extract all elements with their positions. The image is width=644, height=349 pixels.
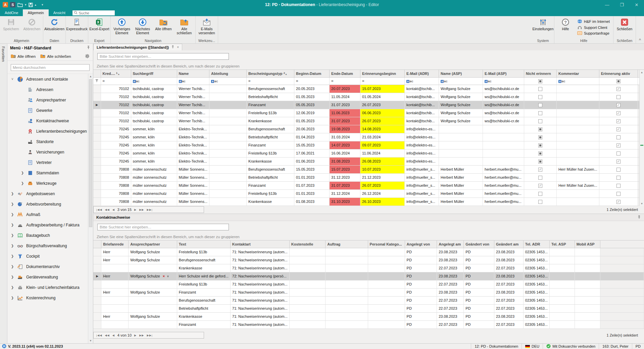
erinnerung-aktiv-checkbox[interactable] [616,151,621,156]
erinnerung-aktiv-checkbox[interactable] [616,200,621,204]
filter-cell-nicht-erinnern[interactable] [524,77,557,85]
table-row[interactable]: Krankenkasse71: Nachweiserinnerung (auto… [93,264,644,272]
column-header-auftrag[interactable]: Auftrag [326,241,368,248]
contacts-search-input[interactable] [98,225,229,229]
vorheriges-element-button[interactable]: Vorheriges Element [111,17,132,35]
table-row[interactable]: 70808müller sonnenschutzMüller Sonnens..… [93,165,643,173]
sidebar-item-bürgschaftsverwaltung[interactable]: ❯Bürgschaftsverwaltung [7,241,93,251]
sidebar-item-stammdaten[interactable]: ❯Stammdaten [7,168,93,178]
column-header-tel-adr[interactable]: Tel. ADR [523,241,549,248]
column-header-ansprechpartner[interactable]: Ansprechpartner [129,241,177,248]
caret-up-icon[interactable]: ▴ [35,3,37,6]
erinnerung-aktiv-checkbox[interactable] [616,168,621,172]
table-row[interactable]: HerrWolfgang SchulzeKrankenkasse71: Nach… [93,312,644,320]
table-row[interactable]: 70808müller sonnenschutzMüller Sonnens..… [93,198,643,206]
column-header-mobil-asp[interactable]: Mobil ASP [575,241,600,248]
table-row[interactable]: 70245sommer, kölnElektro-Technik...Betri… [93,133,643,141]
filter-cell-suchbegriff[interactable]: ABC [131,77,177,85]
nicht-erinnern-checkbox[interactable] [538,103,542,107]
chevron-right-icon[interactable]: ❯ [21,171,24,175]
column-header-angelegt-von[interactable]: Angelegt von [405,241,437,248]
column-header-erinnerungsbeginn[interactable]: Erinnerungsbeginn [360,70,405,77]
folder-dropdown-icon[interactable]: ▾ [25,3,27,6]
erinnerung-aktiv-checkbox[interactable] [616,127,621,131]
alle-schließen-button[interactable]: Alle schließen [174,17,195,35]
pager-prev-icon[interactable]: ◀ [112,208,115,211]
filter-cell-email-adr[interactable]: ABC [405,77,439,85]
nicht-erinnern-checkbox[interactable] [538,95,542,99]
table-row[interactable]: 70102tschibulski, castropWerner Tschib..… [93,117,643,125]
sidebar-item-adressen-und-kontakte[interactable]: ˅Adressen und Kontakte [7,74,93,84]
filter-checkbox[interactable] [616,79,621,83]
table-row[interactable]: 70245sommer, kölnElektro-Technik...Beruf… [93,125,643,133]
table-row[interactable]: Berufsgenossenschaft71: Nachweiserinneru… [93,296,644,304]
nicht-erinnern-checkbox[interactable] [538,168,542,172]
certificates-search-box[interactable] [97,53,229,60]
restore-button[interactable]: ❐ [614,0,629,9]
pager-last-icon[interactable]: ▶▶| [147,334,153,337]
nicht-erinnern-checkbox[interactable] [538,127,542,131]
column-header-kommentar[interactable]: Kommentar [557,70,599,77]
ribbon-search-input[interactable] [79,11,112,15]
sidebar-item-kostenrechnung[interactable]: ❯Kostenrechnung [7,293,93,303]
column-header-tel-asp[interactable]: Tel. ASP [550,241,575,248]
table-row[interactable]: 70808müller sonnenschutzMüller Sonnens..… [93,189,643,198]
chevron-right-icon[interactable]: ❯ [11,192,14,195]
pager-first-icon[interactable]: |◀◀ [96,334,102,337]
table-row[interactable]: 70245sommer, kölnElektro-Technik...Finan… [93,141,643,149]
table-row[interactable]: HerrWolfgang SchulzeBerufsgenossenschaft… [93,256,644,264]
table-row[interactable]: Finanzamt71: Nachweiserinnerung (autom..… [93,320,644,329]
sidebar-item-angebotswesen[interactable]: ❯Angebotswesen [7,188,93,199]
sidebar-item-aufmaß[interactable]: ❯Aufmaß [7,209,93,220]
pager-first-icon[interactable]: |◀◀ [96,208,102,211]
table-row[interactable]: 70245sommer, kölnElektro-Technik...Krank… [93,157,643,165]
chevron-right-icon[interactable]: ❯ [11,296,14,300]
filter-cell-name[interactable]: ABC [177,77,209,85]
column-header-geaendert-am[interactable]: Geändert am [494,241,523,248]
nächstes-element-button[interactable]: Nächstes Element [132,17,153,35]
minimize-button[interactable]: — [600,0,614,9]
filter-cell-abteilung[interactable]: ABC [209,77,247,85]
table-row[interactable]: ▶HerrWolfgang Schulze×▼Herr Schulze wird… [93,272,644,280]
sidebar-item-gewerke[interactable]: Gewerke [7,105,93,116]
filter-cell-name-asp[interactable]: ABC [439,77,483,85]
erinnerung-aktiv-checkbox[interactable] [616,87,621,91]
status-language[interactable]: DEU [522,344,543,349]
nicht-erinnern-checkbox[interactable] [538,200,542,204]
erinnerung-aktiv-checkbox[interactable] [616,111,621,115]
pin-icon[interactable] [87,46,90,50]
sidebar-item-geräteverwaltung[interactable]: ❯Geräteverwaltung [7,272,93,282]
pager-prev-icon[interactable]: ◀ [112,334,115,337]
erinnerung-aktiv-checkbox[interactable] [616,103,621,107]
nicht-erinnern-checkbox[interactable] [538,135,542,139]
scrollbar-thumb[interactable] [89,79,92,227]
schliessen-button[interactable]: Schließen [614,17,635,31]
column-header-suchbegriff[interactable]: Suchbegriff [131,70,177,77]
sidebar-item-vertreter[interactable]: Vertreter [7,157,93,168]
einstellungen-button[interactable]: Einstellungen [533,17,553,31]
chevron-right-icon[interactable]: ❯ [11,233,14,237]
nicht-erinnern-checkbox[interactable] [538,192,542,196]
chevron-right-icon[interactable]: ❯ [11,213,14,216]
pager-prev-page-icon[interactable]: ◀◀ [105,334,109,337]
erinnerung-aktiv-checkbox[interactable] [616,176,621,180]
column-header-kostenstelle[interactable]: Kostenstelle [289,241,325,248]
chevron-right-icon[interactable]: ❯ [11,223,14,227]
erinnerung-aktiv-checkbox[interactable] [616,192,621,196]
app-logo-s-icon[interactable]: S [10,2,15,7]
column-header-email-asp[interactable]: E-Mail (ASP) [483,70,524,77]
sidebar-item-auftragsbearbeitung-faktura[interactable]: ❯Auftragsbearbeitung / Faktura [7,220,93,230]
erinnerung-aktiv-checkbox[interactable] [616,135,621,139]
chevron-right-icon[interactable]: ❯ [11,275,14,279]
table-row[interactable]: Freistellung §13b71: Nachweiserinnerung … [93,280,644,288]
sidebar-item-lieferantenbescheinigungen[interactable]: Lieferantenbescheinigungen [7,126,93,136]
filter-funnel-icon[interactable] [93,77,101,85]
erinnerung-aktiv-checkbox[interactable] [616,143,621,147]
menu-search-input[interactable] [11,64,90,71]
chevron-right-icon[interactable]: ❯ [11,265,14,268]
ribbon-tab-ansicht[interactable]: Ansicht [49,9,70,16]
pager-next-icon[interactable]: ▶ [134,334,137,337]
contacts-search-box[interactable] [97,224,229,230]
ribbon-collapse-icon[interactable]: ^ [636,16,644,43]
chevron-right-icon[interactable]: ❯ [11,286,14,289]
